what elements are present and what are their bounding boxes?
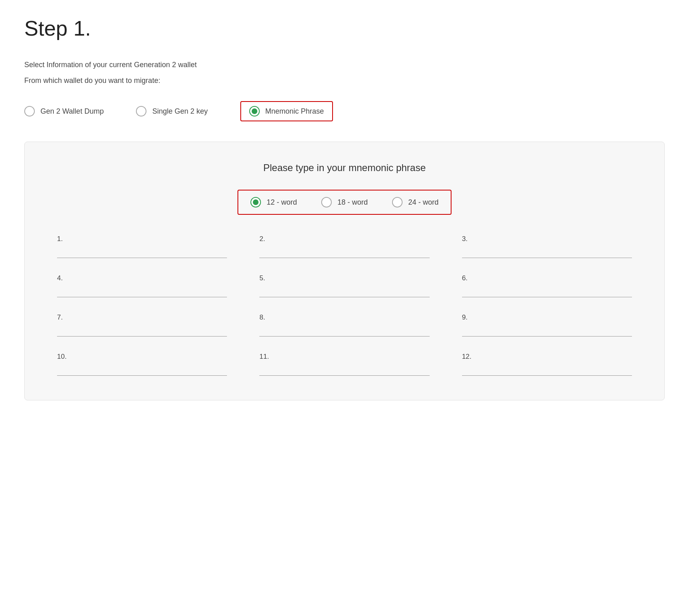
radio-label-gen2-dump: Gen 2 Wallet Dump xyxy=(40,107,104,116)
word-number-2: 2. xyxy=(259,235,429,243)
radio-label-mnemonic-phrase: Mnemonic Phrase xyxy=(265,107,324,116)
radio-label-24-word: 24 - word xyxy=(408,198,439,207)
word-field-11: 11. xyxy=(259,353,429,376)
mnemonic-section: Please type in your mnemonic phrase 12 -… xyxy=(24,142,665,400)
word-number-7: 7. xyxy=(57,313,227,322)
word-field-8: 8. xyxy=(259,313,429,337)
word-fields-grid: 1. 2. 3. 4. 5. 6. 7. 8. xyxy=(49,235,640,376)
word-input-12[interactable] xyxy=(462,365,632,376)
radio-gen2-dump[interactable]: Gen 2 Wallet Dump xyxy=(24,106,104,116)
radio-circle-mnemonic-phrase xyxy=(249,106,260,116)
word-field-2: 2. xyxy=(259,235,429,258)
word-number-11: 11. xyxy=(259,353,429,361)
word-input-10[interactable] xyxy=(57,365,227,376)
word-input-6[interactable] xyxy=(462,286,632,297)
word-field-1: 1. xyxy=(57,235,227,258)
radio-label-12-word: 12 - word xyxy=(267,198,297,207)
subtitle-text: From which wallet do you want to migrate… xyxy=(24,76,665,85)
radio-circle-24-word xyxy=(392,197,403,207)
word-input-7[interactable] xyxy=(57,326,227,337)
word-number-3: 3. xyxy=(462,235,632,243)
radio-circle-12-word xyxy=(250,197,261,207)
mnemonic-section-title: Please type in your mnemonic phrase xyxy=(49,162,640,174)
radio-18-word[interactable]: 18 - word xyxy=(321,197,368,207)
radio-circle-single-gen2-key xyxy=(136,106,146,116)
word-input-5[interactable] xyxy=(259,286,429,297)
radio-circle-gen2-dump xyxy=(24,106,35,116)
word-field-6: 6. xyxy=(462,274,632,297)
word-field-4: 4. xyxy=(57,274,227,297)
word-input-9[interactable] xyxy=(462,326,632,337)
word-input-4[interactable] xyxy=(57,286,227,297)
word-input-8[interactable] xyxy=(259,326,429,337)
word-number-1: 1. xyxy=(57,235,227,243)
word-number-12: 12. xyxy=(462,353,632,361)
word-number-4: 4. xyxy=(57,274,227,282)
description-text: Select Information of your current Gener… xyxy=(24,61,665,69)
radio-label-single-gen2-key: Single Gen 2 key xyxy=(152,107,208,116)
word-field-7: 7. xyxy=(57,313,227,337)
radio-12-word[interactable]: 12 - word xyxy=(250,197,297,207)
word-number-10: 10. xyxy=(57,353,227,361)
radio-circle-18-word xyxy=(321,197,332,207)
word-field-12: 12. xyxy=(462,353,632,376)
page-title: Step 1. xyxy=(24,16,665,40)
word-number-9: 9. xyxy=(462,313,632,322)
word-field-5: 5. xyxy=(259,274,429,297)
radio-single-gen2-key[interactable]: Single Gen 2 key xyxy=(136,106,208,116)
word-number-8: 8. xyxy=(259,313,429,322)
word-count-radio-group: 12 - word 18 - word 24 - word xyxy=(237,190,452,215)
word-field-10: 10. xyxy=(57,353,227,376)
radio-24-word[interactable]: 24 - word xyxy=(392,197,439,207)
word-input-2[interactable] xyxy=(259,247,429,258)
word-input-1[interactable] xyxy=(57,247,227,258)
word-field-3: 3. xyxy=(462,235,632,258)
wallet-type-radio-group: Gen 2 Wallet Dump Single Gen 2 key Mnemo… xyxy=(24,101,665,121)
radio-mnemonic-phrase[interactable]: Mnemonic Phrase xyxy=(240,101,333,121)
radio-label-18-word: 18 - word xyxy=(337,198,368,207)
word-input-3[interactable] xyxy=(462,247,632,258)
word-input-11[interactable] xyxy=(259,365,429,376)
word-number-6: 6. xyxy=(462,274,632,282)
word-number-5: 5. xyxy=(259,274,429,282)
word-field-9: 9. xyxy=(462,313,632,337)
